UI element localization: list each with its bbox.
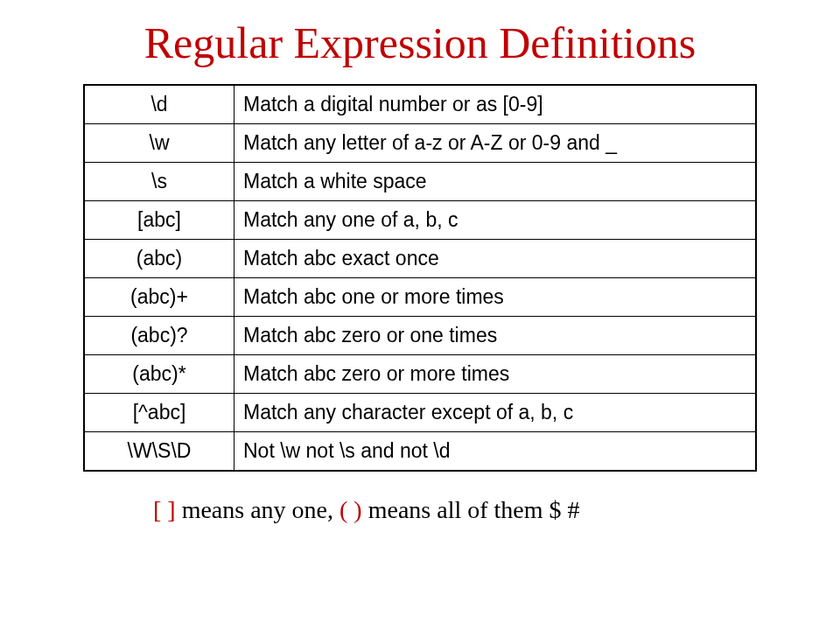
table-row: \d Match a digital number or as [0-9] — [84, 85, 756, 124]
slide: Regular Expression Definitions \d Match … — [0, 0, 840, 630]
regex-description: Match any character except of a, b, c — [234, 394, 757, 432]
table-row: \s Match a white space — [84, 163, 756, 201]
regex-description: Match any letter of a-z or A-Z or 0-9 an… — [234, 124, 757, 163]
regex-symbol: \d — [84, 85, 234, 124]
table-row: (abc)+ Match abc one or more times — [84, 278, 756, 317]
regex-description: Match a white space — [234, 163, 757, 201]
table-row: (abc) Match abc exact once — [84, 240, 756, 278]
regex-symbol: \W\S\D — [84, 432, 234, 472]
footnote: [ ] means any one, ( ) means all of them… — [0, 472, 840, 524]
regex-symbol: (abc)* — [84, 355, 234, 394]
regex-description: Match abc zero or more times — [234, 355, 757, 394]
regex-symbol: (abc) — [84, 240, 234, 278]
regex-description: Not \w not \s and not \d — [234, 432, 757, 472]
footnote-text: means all of them $ # — [362, 496, 580, 523]
regex-symbol: \s — [84, 163, 234, 201]
table-row: \w Match any letter of a-z or A-Z or 0-9… — [84, 124, 756, 163]
footnote-parens: ( ) — [340, 496, 362, 523]
regex-description: Match abc exact once — [234, 240, 757, 278]
regex-symbol: (abc)? — [84, 317, 234, 355]
table-row: (abc)* Match abc zero or more times — [84, 355, 756, 394]
page-title: Regular Expression Definitions — [0, 0, 840, 84]
footnote-brackets: [ ] — [153, 496, 176, 523]
regex-description: Match any one of a, b, c — [234, 201, 757, 240]
table-row: (abc)? Match abc zero or one times — [84, 317, 756, 355]
regex-description: Match abc zero or one times — [234, 317, 757, 355]
table-row: [abc] Match any one of a, b, c — [84, 201, 756, 240]
table-row: [^abc] Match any character except of a, … — [84, 394, 756, 432]
regex-definitions-table: \d Match a digital number or as [0-9] \w… — [83, 84, 757, 472]
regex-symbol: [abc] — [84, 201, 234, 240]
table-row: \W\S\D Not \w not \s and not \d — [84, 432, 756, 472]
regex-symbol: \w — [84, 124, 234, 163]
footnote-text: means any one, — [176, 496, 340, 523]
regex-description: Match abc one or more times — [234, 278, 757, 317]
regex-symbol: [^abc] — [84, 394, 234, 432]
regex-description: Match a digital number or as [0-9] — [234, 85, 757, 124]
regex-symbol: (abc)+ — [84, 278, 234, 317]
